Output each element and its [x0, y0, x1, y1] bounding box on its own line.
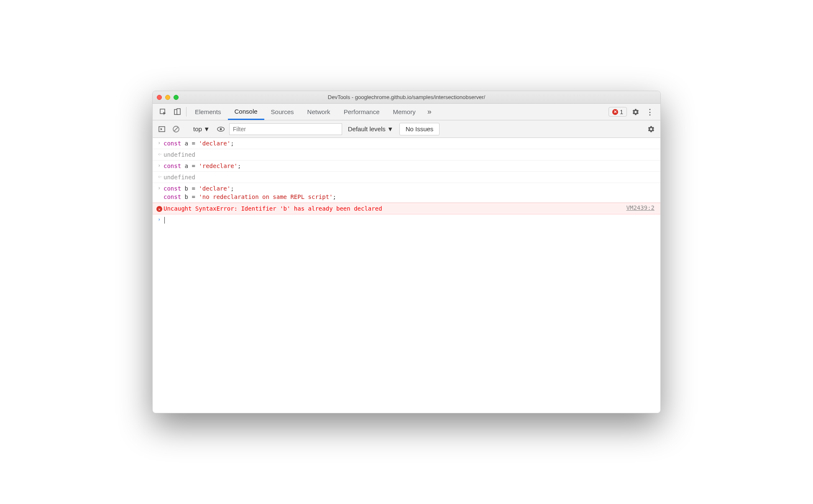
row-content: const a = 'redeclare'; [164, 162, 656, 170]
more-tabs-icon[interactable]: » [422, 104, 437, 120]
output-chevron-icon [158, 151, 161, 157]
titlebar: DevTools - googlechrome.github.io/sample… [153, 91, 660, 104]
console-row-output: undefined [153, 172, 660, 183]
svg-point-7 [220, 128, 222, 130]
inspect-element-icon[interactable] [156, 104, 170, 120]
chevron-down-icon: ▼ [204, 125, 210, 132]
prompt-chevron-icon [158, 216, 161, 222]
console-toolbar: top ▼ Default levels ▼ No Issues [153, 120, 660, 138]
window-title: DevTools - googlechrome.github.io/sample… [153, 94, 660, 100]
console-row-input: const a = 'declare'; [153, 138, 660, 149]
settings-icon[interactable] [629, 104, 643, 120]
levels-value: Default levels [348, 125, 386, 132]
context-value: top [193, 125, 202, 132]
error-icon: ✕ [612, 109, 618, 115]
row-content: const a = 'declare'; [164, 139, 656, 148]
live-expression-icon[interactable] [215, 123, 227, 135]
svg-line-5 [174, 127, 178, 131]
issues-button[interactable]: No Issues [399, 123, 440, 135]
errors-badge[interactable]: ✕ 1 [608, 107, 627, 117]
separator [186, 107, 187, 117]
console-settings-icon[interactable] [645, 123, 657, 135]
output-chevron-icon [158, 174, 161, 180]
input-chevron-icon [158, 185, 161, 191]
row-content: undefined [164, 150, 656, 159]
tab-console[interactable]: Console [228, 104, 264, 120]
error-count: 1 [620, 109, 623, 115]
row-content: const b = 'declare'; const b = 'no redec… [164, 184, 656, 201]
execution-context-selector[interactable]: top ▼ [191, 125, 212, 132]
chevron-down-icon: ▼ [387, 125, 394, 132]
tab-elements[interactable]: Elements [188, 104, 228, 120]
row-content [164, 216, 656, 224]
tab-network[interactable]: Network [301, 104, 337, 120]
devtools-window: DevTools - googlechrome.github.io/sample… [152, 91, 661, 413]
panel-tabs: ElementsConsoleSourcesNetworkPerformance… [188, 104, 422, 120]
svg-rect-2 [177, 109, 180, 115]
issues-label: No Issues [406, 125, 434, 132]
device-toolbar-icon[interactable] [170, 104, 184, 120]
more-menu-icon[interactable]: ⋮ [643, 104, 657, 120]
minimize-window-button[interactable] [165, 95, 170, 100]
console-row-input: const a = 'redeclare'; [153, 160, 660, 172]
clear-console-icon[interactable] [170, 123, 182, 135]
tab-performance[interactable]: Performance [337, 104, 386, 120]
tab-memory[interactable]: Memory [386, 104, 422, 120]
input-chevron-icon [158, 163, 161, 168]
tab-sources[interactable]: Sources [264, 104, 301, 120]
error-icon: ✕ [156, 206, 162, 212]
window-controls [157, 95, 179, 100]
console-sidebar-toggle-icon[interactable] [156, 123, 168, 135]
row-content: Uncaught SyntaxError: Identifier 'b' has… [164, 204, 626, 213]
panel-tabbar: ElementsConsoleSourcesNetworkPerformance… [153, 104, 660, 120]
close-window-button[interactable] [157, 95, 162, 100]
console-row-error: ✕Uncaught SyntaxError: Identifier 'b' ha… [153, 203, 660, 214]
filter-input[interactable] [229, 123, 342, 135]
zoom-window-button[interactable] [174, 95, 179, 100]
console-output[interactable]: const a = 'declare';undefinedconst a = '… [153, 138, 660, 413]
console-row-output: undefined [153, 149, 660, 160]
input-chevron-icon [158, 140, 161, 146]
console-row-input: const b = 'declare'; const b = 'no redec… [153, 183, 660, 203]
console-row-prompt [153, 214, 660, 225]
row-content: undefined [164, 173, 656, 181]
error-source-link[interactable]: VM2439:2 [626, 204, 656, 211]
log-levels-selector[interactable]: Default levels ▼ [345, 125, 397, 132]
